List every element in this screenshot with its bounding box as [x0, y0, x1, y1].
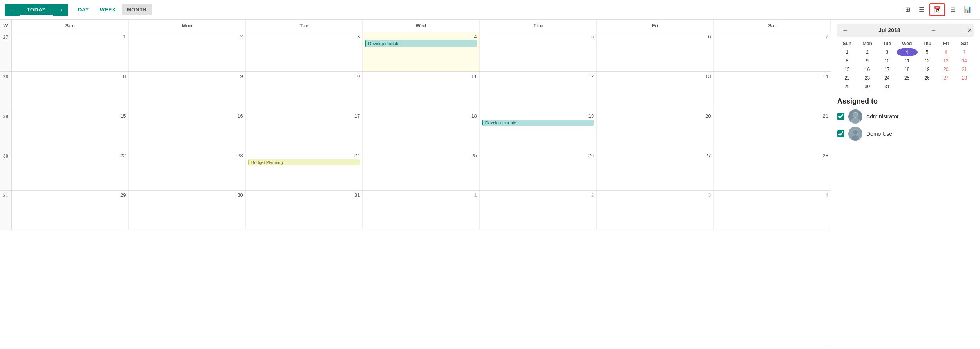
cal-day-jul12[interactable]: 12 — [480, 72, 597, 111]
cal-day-aug4[interactable]: 4 — [714, 191, 831, 230]
cal-week-29: 29 15 16 17 18 19 Develop module 20 21 — [0, 111, 831, 151]
assigned-checkbox-demo[interactable] — [837, 130, 844, 137]
calendar-area[interactable]: W Sun Mon Tue Wed Thu Fri Sat 27 1 2 3 4… — [0, 20, 831, 347]
prev-button[interactable]: ← — [5, 4, 20, 16]
today-button[interactable]: TODAY — [20, 4, 53, 15]
cal-day-aug2[interactable]: 2 — [480, 191, 597, 230]
header-week: W — [0, 20, 12, 32]
cal-day-jul13[interactable]: 13 — [597, 72, 713, 111]
cal-day-jul1[interactable]: 1 — [12, 32, 129, 71]
cal-day-jul8[interactable]: 8 — [12, 72, 129, 111]
mini-day-5[interactable]: 5 — [918, 48, 937, 56]
mini-cal-next-button[interactable]: → — [927, 26, 940, 35]
cal-day-jul30[interactable]: 30 — [129, 191, 245, 230]
mini-header-tue: Tue — [878, 39, 896, 48]
cal-day-jul31[interactable]: 31 — [246, 191, 363, 230]
cal-day-jul19[interactable]: 19 Develop module — [480, 111, 597, 151]
mini-day-13[interactable]: 13 — [936, 56, 955, 65]
mini-day-17[interactable]: 17 — [878, 65, 896, 74]
mini-day-4[interactable]: 4 — [897, 48, 918, 56]
event-develop-module-jul4[interactable]: Develop module — [365, 40, 477, 47]
cal-day-aug3[interactable]: 3 — [597, 191, 713, 230]
avatar-admin — [848, 109, 862, 124]
pivot-view-button[interactable]: ⊟ — [947, 4, 959, 16]
mini-day-14[interactable]: 14 — [955, 56, 974, 65]
mini-day-aug1 — [897, 82, 918, 91]
mini-day-24[interactable]: 24 — [878, 74, 896, 82]
mini-day-15[interactable]: 15 — [837, 65, 857, 74]
mini-day-1[interactable]: 1 — [837, 48, 857, 56]
mini-day-22[interactable]: 22 — [837, 74, 857, 82]
cal-day-jul20[interactable]: 20 — [597, 111, 713, 151]
graph-view-button[interactable]: 📊 — [960, 4, 975, 16]
cal-day-jul14[interactable]: 14 — [714, 72, 831, 111]
list-view-button[interactable]: ☰ — [915, 4, 928, 16]
mini-day-8[interactable]: 8 — [837, 56, 857, 65]
mini-cal-title: Jul 2018 — [878, 27, 900, 33]
event-develop-module-jul19[interactable]: Develop module — [482, 120, 594, 126]
mini-day-20[interactable]: 20 — [936, 65, 955, 74]
cal-week-30: 30 22 23 24 Budget Planning 25 26 27 28 — [0, 151, 831, 191]
cal-day-jul7[interactable]: 7 — [714, 32, 831, 71]
cal-day-jul22[interactable]: 22 — [12, 151, 129, 190]
mini-day-11[interactable]: 11 — [897, 56, 918, 65]
mini-day-28[interactable]: 28 — [955, 74, 974, 82]
assigned-checkbox-admin[interactable] — [837, 113, 844, 120]
mini-cal-prev-button[interactable]: ← — [839, 26, 851, 35]
mini-day-31[interactable]: 31 — [878, 82, 896, 91]
mini-day-16[interactable]: 16 — [857, 65, 878, 74]
cal-day-jul28[interactable]: 28 — [714, 151, 831, 190]
cal-day-jul2[interactable]: 2 — [129, 32, 245, 71]
header-sun: Sun — [12, 20, 129, 32]
mini-day-19[interactable]: 19 — [918, 65, 937, 74]
cal-day-jul9[interactable]: 9 — [129, 72, 245, 111]
view-day-button[interactable]: DAY — [73, 4, 94, 15]
mini-day-21[interactable]: 21 — [955, 65, 974, 74]
cal-day-jul6[interactable]: 6 — [597, 32, 713, 71]
cal-day-jul11[interactable]: 11 — [363, 72, 479, 111]
cal-day-jul25[interactable]: 25 — [363, 151, 479, 190]
cal-day-jul18[interactable]: 18 — [363, 111, 479, 151]
cal-day-jul4[interactable]: 4 Develop module — [363, 32, 479, 71]
cal-day-jul17[interactable]: 17 — [246, 111, 363, 151]
mini-day-25[interactable]: 25 — [897, 74, 918, 82]
mini-header-fri: Fri — [936, 39, 955, 48]
view-month-button[interactable]: MONTH — [122, 4, 152, 15]
mini-cal-close-button[interactable]: ✕ — [967, 27, 972, 34]
cal-day-jul26[interactable]: 26 — [480, 151, 597, 190]
mini-day-27[interactable]: 27 — [936, 74, 955, 82]
mini-day-12[interactable]: 12 — [918, 56, 937, 65]
mini-day-6[interactable]: 6 — [936, 48, 955, 56]
next-button[interactable]: → — [53, 4, 68, 16]
mini-day-9[interactable]: 9 — [857, 56, 878, 65]
mini-day-30[interactable]: 30 — [857, 82, 878, 91]
cal-day-jul16[interactable]: 16 — [129, 111, 245, 151]
cal-week-31: 31 29 30 31 1 2 3 4 — [0, 191, 831, 230]
mini-day-10[interactable]: 10 — [878, 56, 896, 65]
calendar-view-button[interactable]: 📅 — [929, 3, 945, 16]
cal-day-jul29[interactable]: 29 — [12, 191, 129, 230]
cal-day-jul3[interactable]: 3 — [246, 32, 363, 71]
mini-day-7[interactable]: 7 — [955, 48, 974, 56]
cal-day-jul27[interactable]: 27 — [597, 151, 713, 190]
header-mon: Mon — [129, 20, 245, 32]
mini-day-18[interactable]: 18 — [897, 65, 918, 74]
mini-day-3[interactable]: 3 — [878, 48, 896, 56]
mini-day-29[interactable]: 29 — [837, 82, 857, 91]
mini-day-23[interactable]: 23 — [857, 74, 878, 82]
kanban-view-button[interactable]: ⊞ — [902, 4, 914, 16]
main-layout: W Sun Mon Tue Wed Thu Fri Sat 27 1 2 3 4… — [0, 20, 980, 347]
mini-day-26[interactable]: 26 — [918, 74, 937, 82]
cal-day-jul24[interactable]: 24 Budget Planning — [246, 151, 363, 190]
mini-day-2[interactable]: 2 — [857, 48, 878, 56]
cal-day-aug1[interactable]: 1 — [363, 191, 479, 230]
cal-day-jul21[interactable]: 21 — [714, 111, 831, 151]
cal-day-jul23[interactable]: 23 — [129, 151, 245, 190]
view-week-button[interactable]: WEEK — [94, 4, 122, 15]
cal-day-jul10[interactable]: 10 — [246, 72, 363, 111]
mini-day-aug2 — [918, 82, 937, 91]
cal-day-jul15[interactable]: 15 — [12, 111, 129, 151]
header-tue: Tue — [246, 20, 363, 32]
event-budget-planning[interactable]: Budget Planning — [248, 159, 360, 165]
cal-day-jul5[interactable]: 5 — [480, 32, 597, 71]
